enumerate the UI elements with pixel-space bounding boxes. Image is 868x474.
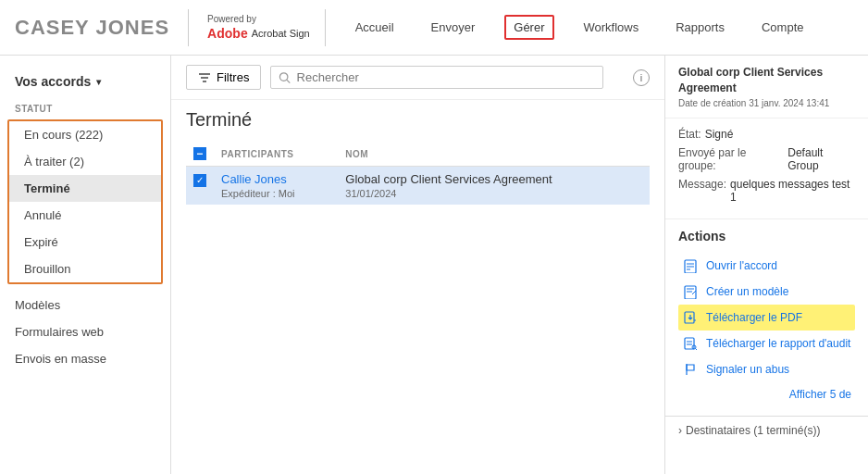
adobe-logo-text: Powered by Adobe Acrobat Sign xyxy=(207,13,310,42)
agreement-cell: Global corp Client Services Agreement 31… xyxy=(338,167,650,206)
panel-date: Date de création 31 janv. 2024 13:41 xyxy=(678,98,855,108)
vos-accords-label: Vos accords xyxy=(15,74,91,89)
panel-body: État: Signé Envoyé par le groupe: Defaul… xyxy=(665,118,868,219)
sidebar-item-modeles[interactable]: Modèles xyxy=(0,292,170,318)
info-icon[interactable]: i xyxy=(633,69,650,86)
svg-line-4 xyxy=(287,80,290,82)
header-nom: NOM xyxy=(338,142,650,167)
agreements-table: − PARTICIPANTS NOM ✓ Callie Jones Expédi… xyxy=(186,142,650,205)
row-checkbox-cell: ✓ xyxy=(186,167,214,206)
search-box xyxy=(270,66,603,89)
header-participants: PARTICIPANTS xyxy=(214,142,338,167)
participant-cell: Callie Jones Expéditeur : Moi xyxy=(214,167,338,206)
acrobat-sign-label: Acrobat Sign xyxy=(252,27,310,40)
sidebar-item-expire[interactable]: Expiré xyxy=(9,229,161,256)
destinataires-section[interactable]: › Destinataires (1 terminé(s)) xyxy=(665,416,868,444)
action-signaler-abus-label: Signaler un abus xyxy=(706,363,789,376)
message-value: quelques messages test 1 xyxy=(730,178,855,204)
download-pdf-icon xyxy=(682,309,699,326)
panel-row-groupe: Envoyé par le groupe: Default Group xyxy=(678,146,855,172)
section-title: Terminé xyxy=(186,109,650,131)
sidebar-item-a-traiter[interactable]: À traiter (2) xyxy=(9,148,161,175)
action-telecharger-pdf[interactable]: Télécharger le PDF xyxy=(678,305,855,331)
participant-name: Callie Jones xyxy=(221,172,330,186)
main-layout: Vos accords ▾ STATUT En cours (222) À tr… xyxy=(0,56,868,474)
divider xyxy=(188,9,189,46)
action-creer-modele-label: Créer un modèle xyxy=(706,285,788,298)
panel-title: Global corp Client Services Agreement xyxy=(678,65,855,96)
dest-header: › Destinataires (1 terminé(s)) xyxy=(678,424,855,437)
show-more-button[interactable]: Afficher 5 de xyxy=(678,382,855,406)
chevron-down-icon: ▾ xyxy=(96,77,101,87)
action-rapport-audit[interactable]: Télécharger le rapport d'audit xyxy=(678,331,855,356)
table-header-row: − PARTICIPANTS NOM xyxy=(186,142,650,167)
nav-workflows[interactable]: Workflows xyxy=(577,17,647,38)
date-value: 31 janv. 2024 13:41 xyxy=(749,98,829,108)
agreement-name: Global corp Client Services Agreement xyxy=(345,172,642,186)
content-area: Filtres i Terminé − PAR xyxy=(171,56,664,474)
sidebar-item-formulaires-web[interactable]: Formulaires web xyxy=(0,318,170,345)
destinataires-label: Destinataires (1 terminé(s)) xyxy=(686,424,820,437)
groupe-value: Default Group xyxy=(787,146,855,172)
search-icon xyxy=(279,71,291,84)
actions-title: Actions xyxy=(678,229,855,243)
sidebar-item-annule[interactable]: Annulé xyxy=(9,202,161,229)
message-label: Message: xyxy=(678,178,726,204)
filter-icon xyxy=(198,71,211,84)
participant-sub: Expéditeur : Moi xyxy=(221,188,330,199)
open-icon xyxy=(682,257,699,274)
flag-icon xyxy=(682,361,699,378)
nav-envoyer[interactable]: Envoyer xyxy=(424,17,483,38)
sidebar: Vos accords ▾ STATUT En cours (222) À tr… xyxy=(0,56,171,474)
table-row[interactable]: ✓ Callie Jones Expéditeur : Moi Global c… xyxy=(186,167,650,206)
action-telecharger-pdf-label: Télécharger le PDF xyxy=(706,311,802,324)
panel-row-message: Message: quelques messages test 1 xyxy=(678,178,855,204)
panel-row-etat: État: Signé xyxy=(678,128,855,141)
statut-label: STATUT xyxy=(0,100,170,118)
table-area: Terminé − PARTICIPANTS NOM ✓ xyxy=(171,100,664,474)
action-rapport-audit-label: Télécharger le rapport d'audit xyxy=(706,337,850,350)
sidebar-item-brouillon[interactable]: Brouillon xyxy=(9,256,161,282)
sidebar-item-termine[interactable]: Terminé xyxy=(9,175,161,202)
filter-button[interactable]: Filtres xyxy=(186,65,261,90)
status-group: En cours (222) À traiter (2) Terminé Ann… xyxy=(7,119,163,284)
chevron-right-icon: › xyxy=(678,424,682,437)
action-signaler-abus[interactable]: Signaler un abus xyxy=(678,356,855,382)
nav-accueil[interactable]: Accueil xyxy=(348,17,402,38)
search-input[interactable] xyxy=(297,70,596,84)
action-ouvrir-label: Ouvrir l'accord xyxy=(706,259,777,272)
row-checkbox[interactable]: ✓ xyxy=(193,174,206,187)
svg-rect-12 xyxy=(685,312,694,323)
nav-gerer[interactable]: Gérer xyxy=(504,15,553,40)
logo-area: CASEY JONES Powered by Adobe Acrobat Sig… xyxy=(15,9,326,46)
date-label: Date de création xyxy=(678,98,746,108)
header-checkbox-cell: − xyxy=(186,142,214,167)
sidebar-item-envois-masse[interactable]: Envois en masse xyxy=(0,345,170,372)
groupe-label: Envoyé par le groupe: xyxy=(678,146,784,172)
powered-by-label: Powered by xyxy=(207,13,310,25)
filter-label: Filtres xyxy=(217,70,249,84)
vos-accords-button[interactable]: Vos accords ▾ xyxy=(0,67,170,100)
action-creer-modele[interactable]: Créer un modèle xyxy=(678,279,855,305)
actions-section: Actions Ouvrir l'accord xyxy=(665,219,868,416)
toolbar: Filtres i xyxy=(171,56,664,100)
right-panel: Global corp Client Services Agreement Da… xyxy=(664,56,868,474)
nav-compte[interactable]: Compte xyxy=(754,17,812,38)
etat-label: État: xyxy=(678,128,701,141)
template-icon xyxy=(682,283,699,300)
main-nav: Accueil Envoyer Gérer Workflows Rapports… xyxy=(348,15,853,40)
audit-icon xyxy=(682,335,699,352)
header: CASEY JONES Powered by Adobe Acrobat Sig… xyxy=(0,0,868,56)
agreement-date: 31/01/2024 xyxy=(345,188,642,199)
brand-logo: CASEY JONES xyxy=(15,16,169,40)
action-ouvrir[interactable]: Ouvrir l'accord xyxy=(678,253,855,279)
nav-rapports[interactable]: Rapports xyxy=(668,17,732,38)
select-all-checkbox[interactable]: − xyxy=(193,147,206,160)
panel-header: Global corp Client Services Agreement Da… xyxy=(665,56,868,118)
svg-line-18 xyxy=(695,348,697,350)
etat-value: Signé xyxy=(705,128,734,141)
svg-point-3 xyxy=(280,72,288,80)
adobe-label: Adobe xyxy=(207,25,248,42)
sidebar-item-en-cours[interactable]: En cours (222) xyxy=(9,121,161,148)
